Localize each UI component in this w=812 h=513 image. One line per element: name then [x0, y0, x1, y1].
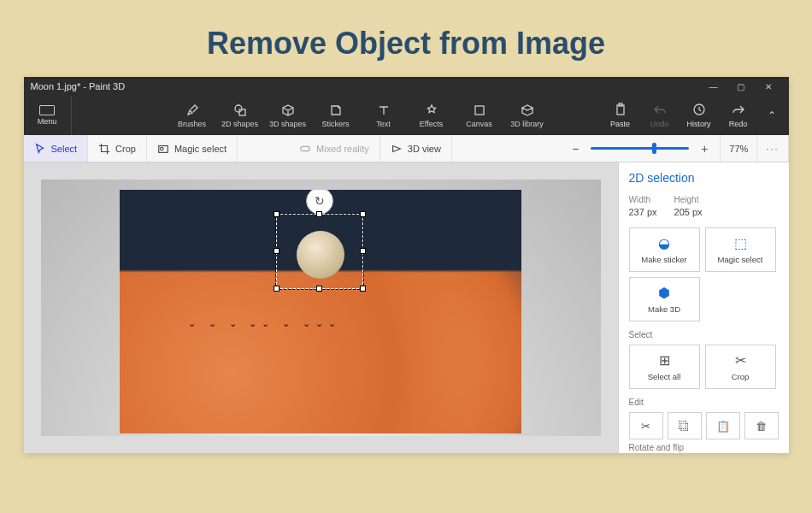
3d-shapes-icon [281, 103, 295, 117]
crop-tool[interactable]: Crop [88, 135, 147, 162]
svg-rect-3 [617, 105, 624, 115]
crop-label: Crop [115, 144, 136, 154]
expand-chevron-icon[interactable]: ⌃ [760, 109, 784, 121]
magic-select-panel-label: Magic select [718, 255, 763, 264]
magic-select-label: Magic select [174, 144, 227, 154]
history-button[interactable]: History [681, 103, 717, 128]
page-title: Remove Object from Image [0, 0, 812, 77]
paste-panel-icon: 📋 [716, 420, 730, 433]
history-label: History [686, 120, 710, 128]
handle-bottom[interactable] [316, 286, 322, 292]
selection-box[interactable]: ↻ [276, 214, 363, 289]
cursor-icon [34, 143, 46, 155]
tool-3d-shapes[interactable]: 3D shapes [266, 100, 310, 132]
delete-button[interactable]: 🗑 [744, 412, 779, 439]
cut-button[interactable]: ✂ [629, 412, 663, 439]
paste-button[interactable]: Paste [603, 103, 638, 128]
more-button[interactable]: ··· [757, 135, 788, 162]
crop-panel-button[interactable]: ✂ Crop [705, 345, 776, 389]
make-sticker-label: Make sticker [641, 255, 686, 264]
svg-point-0 [235, 105, 242, 112]
copy-button[interactable]: ⿻ [668, 412, 702, 439]
handle-right[interactable] [360, 248, 366, 254]
tool-text[interactable]: Text [362, 100, 406, 132]
copy-icon: ⿻ [679, 420, 690, 433]
effects-icon [425, 103, 438, 117]
menu-icon [39, 105, 55, 115]
select-all-button[interactable]: ⊞ Select all [629, 345, 700, 389]
select-all-icon: ⊞ [659, 352, 670, 369]
3d-library-icon [521, 103, 534, 117]
canvas-area[interactable]: ⌄ ⌄ ⌄ ⌄⌄ ⌄ ⌄⌄⌄ ↻ [24, 162, 618, 453]
paste-label: Paste [610, 120, 630, 128]
tool-stickers[interactable]: Stickers [314, 100, 358, 132]
undo-label: Undo [650, 120, 669, 128]
tool-canvas[interactable]: Canvas [457, 100, 502, 132]
side-panel: 2D selection Width 237 px Height 205 px … [618, 162, 789, 453]
tool-label: 3D library [510, 120, 544, 128]
3d-view-label: 3D view [408, 144, 441, 154]
minimize-button[interactable]: — [700, 82, 727, 91]
zoom-out-button[interactable]: − [568, 142, 582, 156]
height-label: Height [674, 195, 703, 204]
paste-panel-button[interactable]: 📋 [706, 412, 740, 439]
magic-select-tool[interactable]: Magic select [147, 135, 238, 162]
delete-icon: 🗑 [756, 420, 767, 433]
zoom-slider[interactable] [591, 147, 689, 150]
cut-icon: ✂ [641, 420, 650, 433]
tool-label: Brushes [178, 120, 206, 128]
titlebar: Moon 1.jpg* - Paint 3D — ▢ ✕ [24, 77, 789, 96]
select-tool[interactable]: Select [24, 135, 89, 162]
cloud-graphic [120, 271, 521, 433]
handle-top-right[interactable] [360, 211, 366, 217]
handle-left[interactable] [274, 248, 279, 254]
tool-brushes[interactable]: Brushes [170, 100, 215, 132]
paint3d-window: Moon 1.jpg* - Paint 3D — ▢ ✕ Menu Brushe… [24, 77, 789, 453]
text-icon [377, 103, 391, 117]
tool-label: 3D shapes [269, 120, 306, 128]
width-label: Width [629, 195, 657, 204]
maximize-button[interactable]: ▢ [727, 82, 755, 91]
paste-icon [614, 103, 627, 118]
tool-label: Canvas [466, 120, 492, 128]
magic-select-icon [157, 143, 169, 155]
tool-label: Text [376, 120, 391, 128]
brushes-icon [185, 103, 199, 117]
tool-effects[interactable]: Effects [409, 100, 454, 132]
handle-top-left[interactable] [274, 211, 279, 217]
zoom-in-button[interactable]: + [697, 142, 711, 156]
svg-rect-8 [301, 146, 310, 150]
handle-bottom-left[interactable] [274, 286, 279, 292]
undo-button[interactable]: Undo [642, 103, 678, 128]
mixed-reality-tool[interactable]: Mixed reality [289, 135, 380, 162]
magic-select-button[interactable]: ⬚ Magic select [705, 227, 776, 272]
close-button[interactable]: ✕ [755, 82, 782, 91]
window-title: Moon 1.jpg* - Paint 3D [31, 81, 126, 91]
tool-label: Stickers [321, 120, 349, 128]
stickers-icon [329, 103, 343, 117]
zoom-percent[interactable]: 77% [720, 135, 757, 162]
crop-panel-label: Crop [732, 372, 750, 381]
mixed-reality-label: Mixed reality [316, 144, 369, 154]
redo-button[interactable]: Redo [721, 103, 756, 128]
top-toolbar: Menu Brushes 2D shapes 3D shapes Sticker… [24, 96, 789, 135]
birds-graphic: ⌄ ⌄ ⌄ ⌄⌄ ⌄ ⌄⌄⌄ [188, 318, 341, 329]
svg-point-7 [160, 147, 163, 150]
height-value: 205 px [674, 207, 703, 217]
tool-2d-shapes[interactable]: 2D shapes [218, 100, 262, 132]
make-sticker-button[interactable]: ◒ Make sticker [629, 227, 700, 272]
tool-3d-library[interactable]: 3D library [505, 100, 550, 132]
handle-top[interactable] [316, 211, 322, 217]
photo-canvas[interactable]: ⌄ ⌄ ⌄ ⌄⌄ ⌄ ⌄⌄⌄ ↻ [120, 190, 521, 433]
handle-bottom-right[interactable] [360, 286, 366, 292]
3d-view-tool[interactable]: 3D view [380, 135, 452, 162]
select-label: Select [51, 144, 78, 154]
main-area: ⌄ ⌄ ⌄ ⌄⌄ ⌄ ⌄⌄⌄ ↻ 2D selection [24, 162, 789, 453]
make-3d-label: Make 3D [648, 304, 680, 314]
rotate-section-label: Rotate and flip [629, 443, 779, 452]
menu-button[interactable]: Menu [24, 96, 72, 135]
make-3d-button[interactable]: ⬢ Make 3D [629, 277, 700, 321]
mixed-reality-icon [299, 143, 311, 155]
panel-title: 2D selection [629, 171, 779, 185]
history-icon [692, 103, 706, 118]
